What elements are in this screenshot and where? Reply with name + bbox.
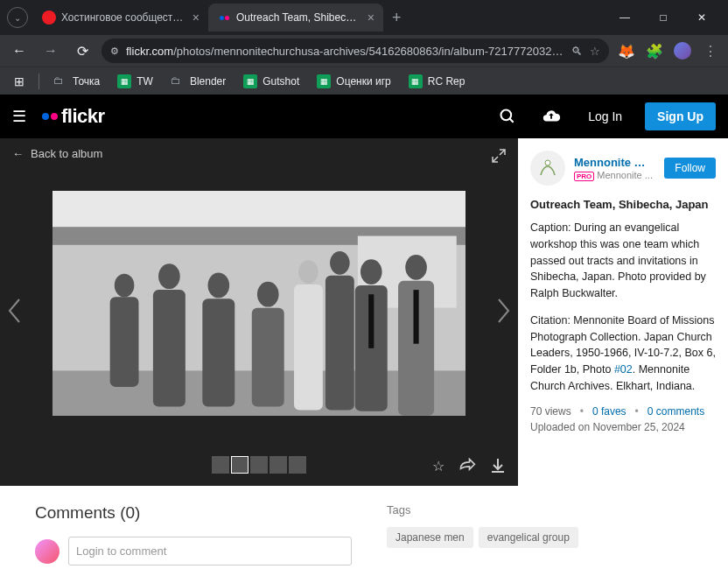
thumb-4[interactable] xyxy=(270,456,287,474)
url-text: flickr.com/photos/mennonitechurchusa-arc… xyxy=(126,45,564,58)
bookmark-rcrep[interactable]: ▦RC Rep xyxy=(402,71,472,92)
owner-subtitle: Mennonite ... xyxy=(597,170,653,180)
back-label: Back to album xyxy=(31,147,102,160)
thumb-2[interactable] xyxy=(231,456,248,474)
arrow-left-icon: ← xyxy=(12,147,24,160)
tab1-favicon xyxy=(42,11,56,25)
tab2-close-icon[interactable]: × xyxy=(368,11,374,25)
flickr-dots-icon xyxy=(42,113,58,120)
signup-button[interactable]: Sign Up xyxy=(645,102,716,130)
tab1-title: Хостинговое сообщество «Tim xyxy=(61,11,184,24)
comment-input[interactable]: Login to comment xyxy=(68,537,352,565)
address-bar[interactable]: ⚙ flickr.com/photos/mennonitechurchusa-a… xyxy=(102,39,609,63)
photo-caption: Caption: During an evangelical workshop … xyxy=(530,220,716,302)
thumb-3[interactable] xyxy=(250,456,268,474)
download-icon[interactable] xyxy=(490,458,506,477)
bookmark-ratings[interactable]: ▦Оценки игр xyxy=(310,71,397,92)
apps-button[interactable]: ⊞ xyxy=(7,71,32,92)
comments-link[interactable]: 0 comments xyxy=(648,405,704,418)
minimize-button[interactable]: ― xyxy=(606,4,644,32)
sheets-icon: ▦ xyxy=(317,74,331,88)
main-photo[interactable] xyxy=(52,191,466,416)
site-settings-icon[interactable]: ⚙ xyxy=(110,46,119,57)
sheets-icon: ▦ xyxy=(243,74,257,88)
tag-item[interactable]: evangelical group xyxy=(479,527,578,548)
expand-icon[interactable] xyxy=(492,149,506,166)
bookmark-tochka[interactable]: 🗀Точка xyxy=(46,71,107,92)
svg-point-11 xyxy=(208,273,230,299)
flickr-wordmark: flickr xyxy=(61,105,105,128)
svg-rect-14 xyxy=(252,308,284,407)
svg-rect-16 xyxy=(294,284,323,411)
follow-button[interactable]: Follow xyxy=(664,158,716,179)
owner-avatar[interactable] xyxy=(530,151,565,186)
tags-heading: Tags xyxy=(387,503,693,516)
fave-star-icon[interactable]: ☆ xyxy=(432,458,444,477)
sheets-icon: ▦ xyxy=(117,74,131,88)
svg-point-0 xyxy=(501,110,512,121)
bookmark-star-icon[interactable]: ☆ xyxy=(590,45,600,58)
browser-menu-icon[interactable]: ⋮ xyxy=(700,40,721,61)
tab2-favicon xyxy=(217,11,231,25)
tab2-title: Outreach Team, Shibecha, Japa xyxy=(236,11,359,24)
bookmark-blender[interactable]: 🗀Blender xyxy=(164,71,233,92)
svg-point-9 xyxy=(158,263,180,289)
svg-rect-3 xyxy=(52,191,466,227)
folder-icon: 🗀 xyxy=(53,74,67,88)
maximize-button[interactable]: □ xyxy=(644,4,682,32)
login-link[interactable]: Log In xyxy=(581,109,629,123)
commenter-avatar[interactable] xyxy=(35,539,60,564)
thumb-5[interactable] xyxy=(289,456,306,474)
folder-icon: 🗀 xyxy=(171,74,185,88)
tab1-close-icon[interactable]: × xyxy=(192,11,200,25)
profile-chevron[interactable]: ⌄ xyxy=(7,7,28,28)
views-count: 70 views xyxy=(530,405,571,418)
svg-rect-21 xyxy=(368,294,374,348)
share-icon[interactable] xyxy=(458,458,476,477)
flickr-logo[interactable]: flickr xyxy=(42,105,105,128)
forward-button[interactable]: → xyxy=(38,39,63,63)
bookmark-tw[interactable]: ▦TW xyxy=(110,71,160,92)
back-to-album-link[interactable]: ← Back to album xyxy=(12,147,102,160)
svg-point-22 xyxy=(405,255,427,280)
tab-2[interactable]: Outreach Team, Shibecha, Japa × xyxy=(208,4,383,32)
upload-icon[interactable] xyxy=(537,102,565,130)
extension-metamask-icon[interactable]: 🦊 xyxy=(616,40,637,61)
sheets-icon: ▦ xyxy=(409,74,423,88)
profile-avatar[interactable] xyxy=(672,40,693,61)
citation-link[interactable]: #02 xyxy=(614,363,633,376)
svg-point-19 xyxy=(360,259,382,284)
tag-item[interactable]: Japanese men xyxy=(387,527,473,548)
thumbnail-strip xyxy=(212,456,306,474)
svg-point-13 xyxy=(257,282,279,307)
pro-badge: PRO xyxy=(574,172,594,181)
faves-link[interactable]: 0 faves xyxy=(592,405,626,418)
svg-line-1 xyxy=(510,119,514,123)
svg-rect-12 xyxy=(202,299,234,406)
svg-point-7 xyxy=(115,274,135,298)
bookmark-separator xyxy=(38,74,39,89)
owner-name-link[interactable]: Mennonite Chu... xyxy=(574,156,648,169)
extensions-icon[interactable]: 🧩 xyxy=(644,40,665,61)
search-in-page-icon[interactable]: 🔍︎ xyxy=(571,45,583,58)
svg-point-25 xyxy=(545,160,550,165)
menu-icon[interactable]: ☰ xyxy=(12,107,26,126)
back-button[interactable]: ← xyxy=(7,39,32,63)
svg-point-15 xyxy=(298,260,318,284)
prev-photo-button[interactable] xyxy=(7,298,23,327)
svg-rect-18 xyxy=(326,276,354,411)
next-photo-button[interactable] xyxy=(495,298,511,327)
comments-heading: Comments (0) xyxy=(35,503,352,523)
tab-1[interactable]: Хостинговое сообщество «Tim × xyxy=(33,4,208,32)
search-icon[interactable] xyxy=(494,102,522,130)
reload-button[interactable]: ⟳ xyxy=(70,39,94,63)
photo-citation: Citation: Mennonite Board of Missions Ph… xyxy=(530,313,716,395)
svg-rect-8 xyxy=(110,297,139,387)
svg-point-17 xyxy=(330,251,350,275)
bookmark-gutshot[interactable]: ▦Gutshot xyxy=(236,71,306,92)
close-window-button[interactable]: ✕ xyxy=(682,4,721,32)
thumb-1[interactable] xyxy=(212,456,229,474)
uploaded-date: Uploaded on November 25, 2024 xyxy=(530,421,716,433)
new-tab-button[interactable]: + xyxy=(383,9,410,27)
svg-rect-24 xyxy=(413,290,418,344)
